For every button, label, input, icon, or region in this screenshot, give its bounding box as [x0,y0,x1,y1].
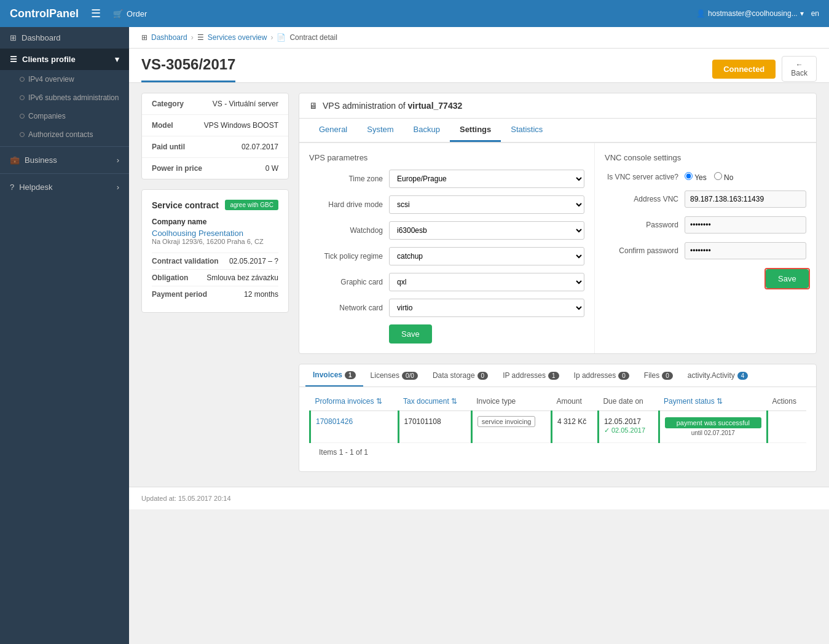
cart-icon: 🛒 [113,9,123,18]
vnc-active-label: Is VNC server active? [605,173,678,181]
tab-statistics[interactable]: Statistics [501,119,552,142]
proforma-link[interactable]: 170801426 [316,417,353,426]
contract-card: Service contract agree with GBC Company … [141,189,289,313]
info-row-paid: Paid until 02.07.2017 [142,136,288,158]
sidebar-item-helpdesk[interactable]: ? Helpdesk › [0,176,129,198]
files-badge: 0 [662,372,673,380]
sidebar-divider2 [0,173,129,174]
info-row-model: Model VPS Windows BOOST [142,115,288,136]
tick-label: Tick policy regime [309,252,383,261]
network-label: Network card [309,304,383,312]
col-actions: Actions [768,392,806,411]
breadcrumb-services[interactable]: Services overview [208,33,267,42]
vnc-no-radio[interactable] [714,172,722,180]
dot-icon [20,114,25,119]
watchdog-select[interactable]: i6300esb [389,221,584,240]
table-container: Proforma invoices ⇅ Tax document ⇅ Invoi… [299,392,816,471]
tab-backup[interactable]: Backup [404,119,450,142]
tab-system[interactable]: System [357,119,403,142]
tab-activity[interactable]: activity.Activity 4 [680,365,756,386]
user-menu[interactable]: 👤 hostmaster@coolhousing... ▾ [696,9,804,18]
licenses-badge: 0/0 [402,372,418,380]
sidebar-item-companies[interactable]: Companies [0,107,129,125]
invoice-type-badge: service invoicing [477,416,536,427]
contract-row-obligation: Obligation Smlouva bez závazku [152,269,278,286]
graphic-select[interactable]: qxl [389,273,584,291]
chevron-icon: ▾ [115,55,119,64]
contract-title: Service contract [152,200,219,210]
tab-invoices[interactable]: Invoices 1 [305,364,363,387]
order-link[interactable]: 🛒 Order [113,9,147,18]
vnc-address-input[interactable] [685,190,806,208]
page-header: VS-3056/2017 Connected ← Back [129,49,829,83]
dashboard-icon: ⊞ [10,33,17,42]
tab-data-storage[interactable]: Data storage 0 [425,365,495,386]
vnc-confirm-label: Confirm password [605,246,678,255]
chevron-down-icon: ▾ [800,9,804,18]
breadcrumb-dashboard[interactable]: Dashboard [151,33,187,42]
clients-icon: ☰ [10,55,17,64]
invoices-badge: 1 [345,371,356,379]
contract-company-name[interactable]: Coolhousing Presentation [152,229,278,238]
form-row-hdd: Hard drive mode scsi [309,195,584,214]
vps-save-button[interactable]: Save [389,324,432,344]
form-row-graphic: Graphic card qxl [309,273,584,291]
col-proforma[interactable]: Proforma invoices ⇅ [310,392,399,411]
contract-row-payment: Payment period 12 months [152,286,278,302]
col-amount: Amount [551,392,598,411]
vnc-password-input[interactable] [685,216,806,234]
dot-icon [20,95,25,100]
right-panel: 🖥 VPS administration of virtual_77432 Ge… [299,93,817,472]
sidebar-item-dashboard[interactable]: ⊞ Dashboard [0,27,129,49]
due-date: 12.05.2017 ✓ 02.05.2017 [598,411,659,443]
tab-ip-addresses[interactable]: IP addresses 1 [495,365,566,386]
watchdog-label: Watchdog [309,226,383,235]
vnc-confirm-input[interactable] [685,242,806,259]
vnc-yes-radio[interactable] [685,172,693,180]
tab-licenses[interactable]: Licenses 0/0 [363,365,425,386]
menu-icon[interactable]: ☰ [91,7,101,20]
hdd-select[interactable]: scsi [389,195,584,214]
info-row-power: Power in price 0 W [142,158,288,179]
vnc-col: VNC console settings Is VNC server activ… [595,143,816,353]
sidebar-item-authorized-contacts[interactable]: Authorized contacts [0,125,129,144]
sidebar-item-ipv4[interactable]: IPv4 overview [0,70,129,88]
tab-ip-addresses2[interactable]: Ip addresses 0 [567,365,637,386]
breadcrumb: ⊞ Dashboard › ☰ Services overview › 📄 Co… [129,27,829,49]
vnc-no-radio-label[interactable]: No [714,172,734,182]
col-status[interactable]: Payment status ⇅ [659,392,768,411]
tab-settings[interactable]: Settings [450,119,501,142]
sidebar-item-clients-profile[interactable]: ☰ Clients profile ▾ [0,49,129,70]
sidebar-item-business[interactable]: 💼 Business › [0,149,129,171]
vps-params-col: VPS parametres Time zone Europe/Prague H… [299,143,595,353]
network-select[interactable]: virtio [389,299,584,317]
tab-files[interactable]: Files 0 [637,365,680,386]
form-row-timezone: Time zone Europe/Prague [309,170,584,188]
info-row-category: Category VS - Virtuální server [142,93,288,115]
sidebar-item-ipv6[interactable]: IPv6 subnets administration [0,88,129,107]
business-icon: 💼 [10,155,20,165]
vnc-save-button[interactable]: Save [766,269,809,288]
timezone-select[interactable]: Europe/Prague [389,170,584,188]
tab-general[interactable]: General [309,119,357,142]
tax-doc: 170101108 [398,411,471,443]
data-storage-badge: 0 [477,372,489,380]
vnc-row-password: Password [605,216,806,234]
vnc-row-address: Address VNC [605,190,806,208]
monitor-icon: 🖥 [309,101,318,111]
chevron-right-icon2: › [117,183,119,192]
vnc-title: VNC console settings [605,153,806,162]
language-selector[interactable]: en [811,9,819,18]
page-title: VS-3056/2017 [141,56,235,82]
contract-company-label: Company name [152,218,278,226]
tick-select[interactable]: catchup [389,247,584,265]
breadcrumb-sep1: › [191,33,194,42]
connected-button[interactable]: Connected [712,60,776,79]
dot-icon [20,132,25,137]
chevron-right-icon: › [117,155,119,165]
back-button[interactable]: ← Back [782,56,817,82]
breadcrumb-sep2: › [270,33,273,42]
col-tax[interactable]: Tax document ⇅ [398,392,471,411]
footer: Updated at: 15.05.2017 20:14 [129,487,829,509]
vnc-yes-radio-label[interactable]: Yes [685,172,707,182]
